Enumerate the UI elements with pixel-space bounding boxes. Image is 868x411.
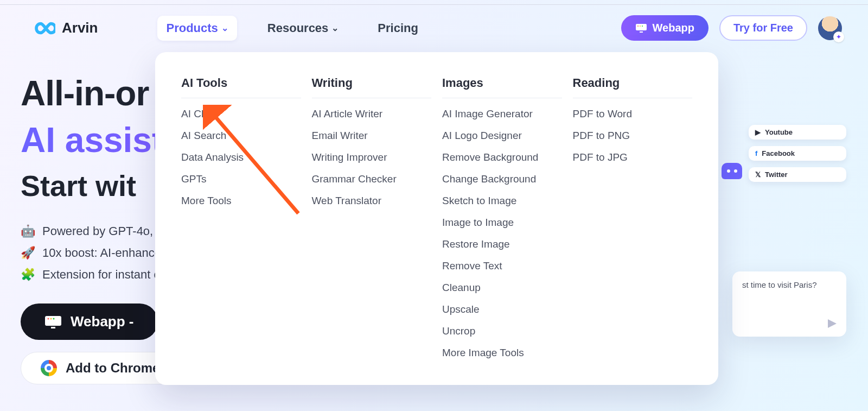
dropdown-item-uncrop[interactable]: Uncrop: [442, 325, 562, 337]
svg-rect-1: [640, 31, 643, 33]
column-title: AI Tools: [181, 76, 301, 98]
svg-point-2: [637, 26, 639, 27]
dropdown-item-image-generator[interactable]: AI Image Generator: [442, 108, 562, 120]
nav-links: Products ⌄ Resources ⌄ Pricing: [157, 16, 426, 41]
dropdown-item-email-writer[interactable]: Email Writer: [312, 130, 432, 142]
svg-rect-5: [45, 316, 61, 326]
chip-facebook[interactable]: f Facebook: [749, 146, 846, 161]
nav-right: Webapp Try for Free ✦: [621, 15, 842, 41]
chevron-down-icon: ⌄: [221, 23, 228, 33]
nav-resources-label: Resources: [267, 21, 329, 35]
dropdown-item-restore-image[interactable]: Restore Image: [442, 238, 562, 250]
svg-point-9: [53, 318, 55, 319]
youtube-icon: ▶: [755, 128, 761, 136]
dropdown-item-sketch-to-image[interactable]: Sketch to Image: [442, 195, 562, 207]
dropdown-item-remove-text[interactable]: Remove Text: [442, 260, 562, 272]
robot-icon: [722, 163, 742, 179]
dropdown-item-change-background[interactable]: Change Background: [442, 173, 562, 185]
dropdown-column-writing: Writing AI Article Writer Email Writer W…: [312, 76, 432, 359]
dropdown-item-pdf-to-jpg[interactable]: PDF to JPG: [573, 151, 693, 163]
cta-chrome-label: Add to Chrome: [66, 361, 159, 376]
svg-rect-0: [636, 24, 647, 30]
column-title: Reading: [573, 76, 693, 98]
nav-products[interactable]: Products ⌄: [157, 16, 237, 41]
dropdown-item-ai-chat[interactable]: AI Chat: [181, 108, 301, 120]
cta-webapp-label: Webapp -: [71, 313, 134, 330]
social-chips: ▶ Youtube f Facebook 𝕏 Twitter: [749, 125, 846, 188]
chip-youtube-label: Youtube: [765, 128, 793, 136]
dropdown-item-writing-improver[interactable]: Writing Improver: [312, 151, 432, 163]
facebook-icon: f: [755, 149, 757, 157]
dropdown-item-gpts[interactable]: GPTs: [181, 173, 301, 185]
chat-preview-text: st time to visit Paris?: [742, 280, 837, 289]
chat-preview-card: st time to visit Paris?: [732, 271, 846, 337]
dropdown-item-pdf-to-word[interactable]: PDF to Word: [573, 108, 693, 120]
svg-point-8: [50, 318, 52, 319]
nav-products-label: Products: [166, 21, 218, 35]
svg-point-7: [48, 318, 49, 319]
dropdown-item-pdf-to-png[interactable]: PDF to PNG: [573, 130, 693, 142]
webapp-button-label: Webapp: [653, 22, 694, 34]
dropdown-item-more-image-tools[interactable]: More Image Tools: [442, 347, 562, 359]
nav-pricing[interactable]: Pricing: [369, 16, 427, 41]
nav-resources[interactable]: Resources ⌄: [259, 16, 348, 41]
dropdown-item-more-tools[interactable]: More Tools: [181, 195, 301, 207]
svg-rect-6: [51, 327, 55, 328]
column-title: Writing: [312, 76, 432, 98]
column-title: Images: [442, 76, 562, 98]
puzzle-emoji-icon: 🧩: [21, 268, 36, 282]
dropdown-item-logo-designer[interactable]: AI Logo Designer: [442, 130, 562, 142]
dropdown-item-upscale[interactable]: Upscale: [442, 303, 562, 315]
webapp-button[interactable]: Webapp: [621, 15, 709, 41]
brand[interactable]: Arvin: [33, 20, 98, 37]
hero-point-text: 10x boost: AI-enhance: [42, 246, 161, 260]
chip-facebook-label: Facebook: [762, 149, 795, 157]
logo-infinity-icon: [33, 20, 55, 37]
dropdown-column-reading: Reading PDF to Word PDF to PNG PDF to JP…: [573, 76, 693, 359]
chevron-down-icon: ⌄: [331, 23, 339, 33]
avatar-badge-icon: ✦: [833, 31, 844, 42]
monitor-icon: [44, 315, 62, 328]
dropdown-item-data-analysis[interactable]: Data Analysis: [181, 151, 301, 163]
monitor-icon: [635, 23, 647, 33]
svg-point-4: [642, 26, 643, 27]
dropdown-item-cleanup[interactable]: Cleanup: [442, 282, 562, 294]
brand-name: Arvin: [62, 20, 98, 36]
send-icon[interactable]: [828, 319, 837, 328]
products-dropdown: AI Tools AI Chat AI Search Data Analysis…: [155, 52, 718, 385]
hero-point-text: Extension for instant c: [42, 268, 159, 282]
dropdown-item-remove-background[interactable]: Remove Background: [442, 151, 562, 163]
twitter-icon: 𝕏: [755, 170, 761, 179]
rocket-emoji-icon: 🚀: [21, 246, 36, 260]
dropdown-item-image-to-image[interactable]: Image to Image: [442, 217, 562, 229]
dropdown-item-ai-search[interactable]: AI Search: [181, 130, 301, 142]
try-free-label: Try for Free: [733, 22, 793, 34]
robot-emoji-icon: 🤖: [21, 224, 36, 238]
dropdown-item-article-writer[interactable]: AI Article Writer: [312, 108, 432, 120]
chip-twitter[interactable]: 𝕏 Twitter: [749, 167, 846, 182]
try-free-button[interactable]: Try for Free: [719, 15, 807, 41]
cta-webapp-dark[interactable]: Webapp -: [21, 303, 158, 340]
navbar: Arvin Products ⌄ Resources ⌄ Pricing Web…: [0, 0, 868, 41]
svg-point-3: [640, 26, 641, 27]
hero-point-text: Powered by GPT-4o, C: [42, 224, 165, 238]
chip-youtube[interactable]: ▶ Youtube: [749, 125, 846, 140]
dropdown-column-images: Images AI Image Generator AI Logo Design…: [442, 76, 562, 359]
avatar[interactable]: ✦: [818, 16, 842, 40]
dropdown-item-grammar-checker[interactable]: Grammar Checker: [312, 173, 432, 185]
nav-pricing-label: Pricing: [378, 21, 418, 35]
dropdown-column-aitools: AI Tools AI Chat AI Search Data Analysis…: [181, 76, 301, 359]
chrome-icon: [41, 360, 57, 376]
chip-twitter-label: Twitter: [765, 170, 788, 179]
dropdown-item-web-translator[interactable]: Web Translator: [312, 195, 432, 207]
